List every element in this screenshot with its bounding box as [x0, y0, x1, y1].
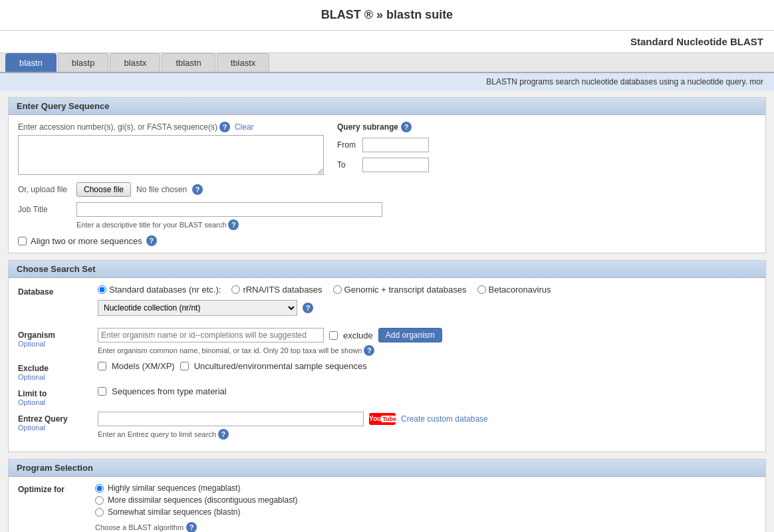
organism-row: Organism Optional exclude Add organism E…: [18, 328, 756, 356]
organism-optional: Optional: [18, 340, 98, 348]
from-label: From: [337, 140, 357, 150]
blastn-label: Somewhat similar sequences (blastn): [108, 507, 240, 517]
query-section-body: Enter accession number(s), gi(s), or FAS…: [9, 115, 765, 253]
discontig-radio[interactable]: [95, 496, 104, 505]
organism-hint-help-icon[interactable]: ?: [364, 345, 374, 356]
top-bar: Standard Nucleotide BLAST: [0, 31, 774, 53]
db-radio-betacov[interactable]: [477, 285, 486, 294]
query-subrange: Query subrange ? From To: [337, 122, 429, 172]
add-organism-button[interactable]: Add organism: [378, 328, 442, 342]
choose-file-button[interactable]: Choose file: [76, 182, 131, 197]
align-row: Align two or more sequences ?: [18, 235, 756, 246]
job-title-label: Job Title: [18, 205, 71, 214]
align-checkbox[interactable]: [18, 237, 27, 245]
upload-help-icon[interactable]: ?: [192, 184, 203, 195]
organism-hint: Enter organism common name, binomial, or…: [98, 345, 756, 356]
db-option-standard: Standard databases (nr etc.):: [98, 285, 221, 295]
tab-blastx[interactable]: blastx: [110, 53, 160, 72]
info-text: BLASTN programs search nucleotide databa…: [486, 77, 763, 86]
limit-options-row: Sequences from type material: [98, 386, 756, 396]
query-section-header: Enter Query Sequence: [9, 98, 765, 115]
db-label-col: Database: [18, 285, 98, 297]
db-select-row: Nucleotide collection (nr/nt) ?: [98, 300, 756, 316]
upload-row: Or, upload file Choose file No file chos…: [18, 182, 756, 197]
tab-tblastx[interactable]: tblastx: [217, 53, 270, 72]
align-label: Align two or more sequences: [31, 236, 142, 246]
program-section: Program Selection Optimize for Highly si…: [8, 459, 766, 532]
tab-blastp[interactable]: blastp: [58, 53, 109, 72]
organism-label: Organism: [18, 331, 98, 340]
query-section: Enter Query Sequence Enter accession num…: [8, 97, 766, 253]
app-header: BLAST ® » blastn suite: [0, 0, 774, 31]
db-genomic-label: Genomic + transcript databases: [344, 285, 467, 295]
job-title-hint: Enter a descriptive title for your BLAST…: [76, 219, 756, 230]
query-row: Enter accession number(s), gi(s), or FAS…: [18, 122, 756, 177]
from-input[interactable]: [362, 138, 429, 152]
exclude-row: Exclude Optional Models (XM/XP) Uncultur…: [18, 361, 756, 381]
subrange-to-row: To: [337, 158, 429, 172]
youtube-badge: YouTube: [369, 413, 396, 425]
uncultured-checkbox[interactable]: [180, 362, 189, 370]
align-help-icon[interactable]: ?: [146, 235, 157, 246]
optimize-discontig: More dissimilar sequences (discontiguous…: [95, 495, 297, 505]
sequence-textarea[interactable]: [18, 135, 324, 175]
exclude-optional: Optional: [18, 373, 98, 381]
create-custom-db-link[interactable]: Create custom database: [401, 414, 488, 424]
db-select[interactable]: Nucleotide collection (nr/nt): [98, 300, 297, 316]
to-label: To: [337, 160, 357, 170]
megablast-radio[interactable]: [95, 484, 104, 493]
db-radio-genomic[interactable]: [333, 285, 342, 294]
megablast-label: Highly similar sequences (megablast): [108, 483, 240, 493]
exclude-options-row: Models (XM/XP) Uncultured/environmental …: [98, 361, 756, 371]
db-option-betacov: Betacoronavirus: [477, 285, 551, 295]
entrez-field-col: YouTube Create custom database Enter an …: [98, 412, 756, 440]
blastn-radio[interactable]: [95, 508, 104, 517]
models-label: Models (XM/XP): [112, 361, 175, 371]
job-title-help-icon[interactable]: ?: [228, 219, 239, 230]
optimize-options: Highly similar sequences (megablast) Mor…: [95, 483, 297, 532]
type-material-checkbox[interactable]: [98, 387, 106, 396]
job-title-row: Job Title: [18, 202, 756, 217]
db-radio-rrna[interactable]: [231, 285, 240, 294]
tab-blastn[interactable]: blastn: [5, 53, 57, 72]
db-option-genomic: Genomic + transcript databases: [333, 285, 467, 295]
tabs-bar: blastn blastp blastx tblastn tblastx: [0, 53, 774, 73]
db-rrna-label: rRNA/ITS databases: [243, 285, 322, 295]
search-set-section: Choose Search Set Database Standard data…: [8, 260, 766, 452]
program-section-body: Optimize for Highly similar sequences (m…: [9, 477, 765, 532]
db-select-help-icon[interactable]: ?: [303, 303, 313, 313]
query-section-title: Enter Query Sequence: [17, 101, 109, 111]
no-file-label: No file chosen: [136, 185, 187, 194]
db-radio-row: Standard databases (nr etc.): rRNA/ITS d…: [98, 285, 756, 295]
organism-field-col: exclude Add organism Enter organism comm…: [98, 328, 756, 356]
database-label: Database: [18, 287, 98, 297]
subrange-from-row: From: [337, 138, 429, 152]
organism-label-col: Organism Optional: [18, 328, 98, 348]
job-title-input[interactable]: [76, 202, 382, 217]
models-checkbox[interactable]: [98, 362, 106, 370]
discontig-label: More dissimilar sequences (discontiguous…: [108, 495, 297, 505]
type-material-label: Sequences from type material: [112, 386, 227, 396]
subrange-help-icon[interactable]: ?: [401, 122, 412, 132]
to-input[interactable]: [362, 158, 429, 172]
optimize-blastn: Somewhat similar sequences (blastn): [95, 507, 297, 517]
entrez-help-icon[interactable]: ?: [218, 429, 229, 440]
uncultured-label: Uncultured/environmental sample sequence…: [194, 361, 367, 371]
sequence-help-icon[interactable]: ?: [219, 122, 230, 132]
main-content: Enter Query Sequence Enter accession num…: [0, 90, 774, 532]
optimize-label: Optimize for: [18, 483, 84, 494]
entrez-label: Entrez Query: [18, 414, 98, 424]
db-radio-standard[interactable]: [98, 285, 106, 294]
limit-to-row: Limit to Optional Sequences from type ma…: [18, 386, 756, 406]
exclude-organism-checkbox[interactable]: [329, 331, 338, 340]
upload-label: Or, upload file: [18, 185, 71, 194]
tab-tblastn[interactable]: tblastn: [162, 53, 215, 72]
entrez-input[interactable]: [98, 412, 364, 426]
db-betacov-label: Betacoronavirus: [489, 285, 551, 295]
clear-link[interactable]: Clear: [235, 122, 254, 132]
organism-input-row: exclude Add organism: [98, 328, 756, 342]
organism-input[interactable]: [98, 328, 324, 342]
algorithm-help-icon[interactable]: ?: [186, 522, 197, 532]
entrez-label-col: Entrez Query Optional: [18, 412, 98, 432]
page-subtitle: Standard Nucleotide BLAST: [630, 36, 763, 47]
